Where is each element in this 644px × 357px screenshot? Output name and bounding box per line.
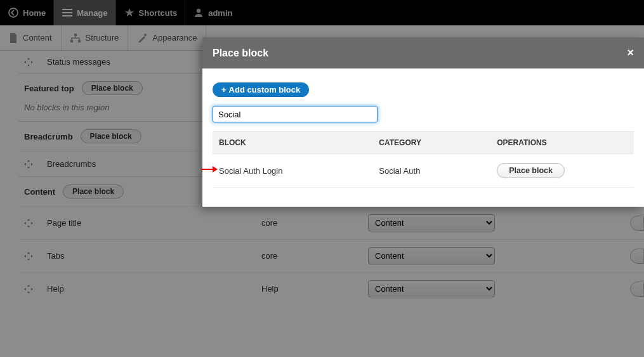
col-operations: OPERATIONS: [490, 132, 634, 154]
add-custom-block-button[interactable]: + Add custom block: [213, 82, 309, 97]
place-block-modal: Place block × + Add custom block BLOCK C…: [202, 37, 644, 207]
cell-block-name: Social Auth Login: [213, 154, 372, 188]
table-row: Social Auth Login Social Auth Place bloc…: [213, 154, 634, 188]
cell-category: Social Auth: [372, 154, 490, 188]
block-filter-input[interactable]: [213, 106, 378, 122]
modal-header: Place block ×: [202, 37, 644, 68]
close-icon[interactable]: ×: [627, 46, 634, 60]
col-block: BLOCK: [213, 132, 372, 154]
block-results-table: BLOCK CATEGORY OPERATIONS Social Auth Lo…: [213, 131, 634, 188]
col-category: CATEGORY: [372, 132, 490, 154]
modal-title: Place block: [213, 48, 268, 59]
add-custom-block-label: Add custom block: [229, 85, 301, 94]
plus-icon: +: [221, 85, 227, 94]
place-block-op-button[interactable]: Place block: [497, 163, 565, 178]
